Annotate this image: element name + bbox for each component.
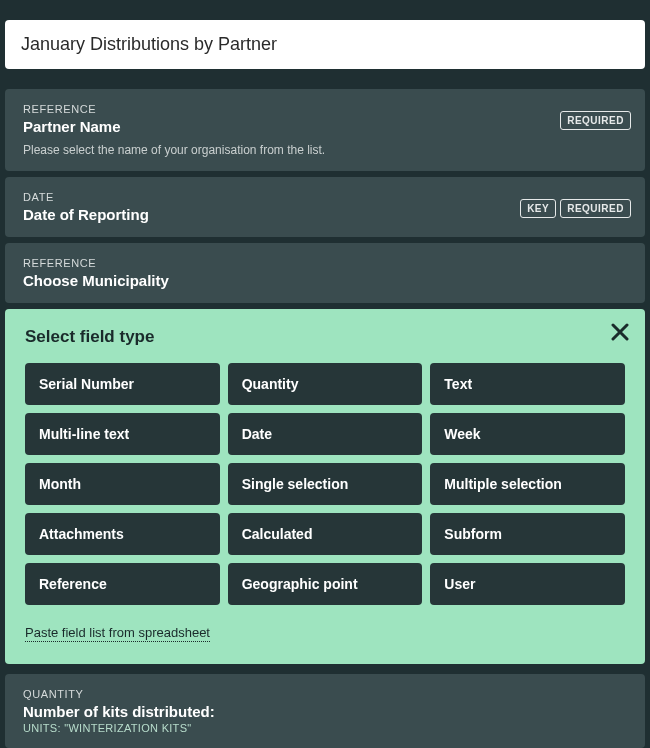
- close-button[interactable]: [611, 323, 629, 341]
- field-type-selector-panel: Select field type Serial Number Quantity…: [5, 309, 645, 664]
- field-type-grid: Serial Number Quantity Text Multi-line t…: [25, 363, 625, 605]
- field-type-selector-heading: Select field type: [25, 327, 625, 347]
- type-multi-line-text[interactable]: Multi-line text: [25, 413, 220, 455]
- type-month[interactable]: Month: [25, 463, 220, 505]
- type-week[interactable]: Week: [430, 413, 625, 455]
- required-badge: REQUIRED: [560, 111, 631, 130]
- paste-field-list-link[interactable]: Paste field list from spreadsheet: [25, 625, 210, 642]
- field-badges: REQUIRED: [560, 111, 631, 130]
- field-badges: KEY REQUIRED: [520, 199, 631, 218]
- type-quantity[interactable]: Quantity: [228, 363, 423, 405]
- field-title: Number of kits distributed:: [23, 703, 627, 720]
- field-card-partner-name[interactable]: REFERENCE Partner Name Please select the…: [5, 89, 645, 171]
- type-text[interactable]: Text: [430, 363, 625, 405]
- type-single-selection[interactable]: Single selection: [228, 463, 423, 505]
- type-user[interactable]: User: [430, 563, 625, 605]
- type-subform[interactable]: Subform: [430, 513, 625, 555]
- form-title-input[interactable]: January Distributions by Partner: [5, 20, 645, 69]
- type-date[interactable]: Date: [228, 413, 423, 455]
- field-title: Choose Municipality: [23, 272, 627, 289]
- field-title: Partner Name: [23, 118, 627, 135]
- type-multiple-selection[interactable]: Multiple selection: [430, 463, 625, 505]
- type-serial-number[interactable]: Serial Number: [25, 363, 220, 405]
- type-attachments[interactable]: Attachments: [25, 513, 220, 555]
- field-card-choose-municipality[interactable]: REFERENCE Choose Municipality: [5, 243, 645, 303]
- type-geographic-point[interactable]: Geographic point: [228, 563, 423, 605]
- field-card-date-of-reporting[interactable]: DATE Date of Reporting KEY REQUIRED: [5, 177, 645, 237]
- field-type-label: REFERENCE: [23, 257, 627, 269]
- type-reference[interactable]: Reference: [25, 563, 220, 605]
- field-units-label: UNITS: "WINTERIZATION KITS": [23, 722, 627, 734]
- key-badge: KEY: [520, 199, 556, 218]
- field-card-kits-distributed[interactable]: QUANTITY Number of kits distributed: UNI…: [5, 674, 645, 748]
- close-icon: [611, 323, 629, 341]
- required-badge: REQUIRED: [560, 199, 631, 218]
- field-type-label: REFERENCE: [23, 103, 627, 115]
- field-type-label: QUANTITY: [23, 688, 627, 700]
- field-hint: Please select the name of your organisat…: [23, 143, 627, 157]
- type-calculated[interactable]: Calculated: [228, 513, 423, 555]
